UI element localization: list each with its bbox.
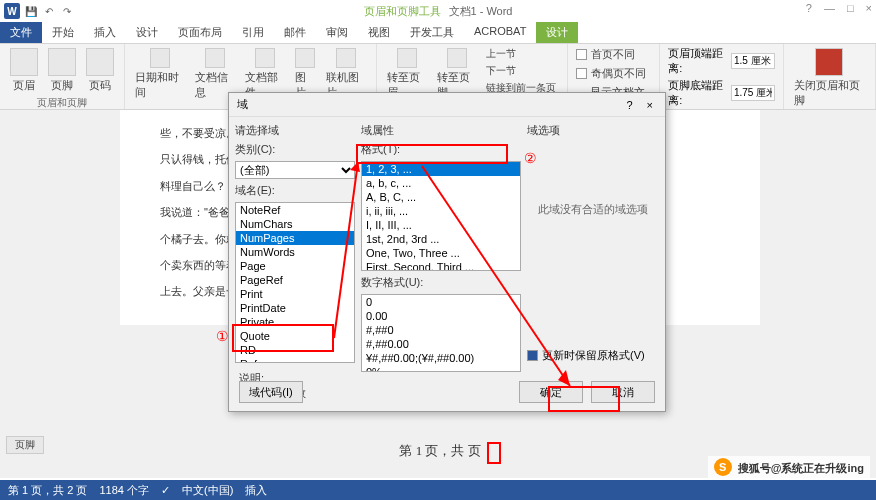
field-codes-button[interactable]: 域代码(I) bbox=[239, 381, 303, 403]
status-language[interactable]: 中文(中国) bbox=[182, 483, 233, 498]
sohu-logo-icon: S bbox=[714, 458, 732, 476]
list-item[interactable]: Quote bbox=[236, 329, 354, 343]
tab-home[interactable]: 开始 bbox=[42, 22, 84, 43]
tab-design[interactable]: 设计 bbox=[126, 22, 168, 43]
select-field-label: 请选择域 bbox=[235, 123, 355, 138]
odd-even-different-check[interactable]: 奇偶页不同 bbox=[576, 65, 651, 82]
header-button[interactable]: 页眉 bbox=[8, 46, 40, 95]
tab-header-footer-design[interactable]: 设计 bbox=[536, 22, 578, 43]
online-picture-icon bbox=[336, 48, 356, 68]
properties-label: 域属性 bbox=[361, 123, 521, 138]
tab-references[interactable]: 引用 bbox=[232, 22, 274, 43]
list-item[interactable]: NumChars bbox=[236, 217, 354, 231]
list-item[interactable]: PrintDate bbox=[236, 301, 354, 315]
footer-bottom-distance[interactable]: 页脚底端距离: bbox=[668, 78, 775, 108]
first-page-different-check[interactable]: 首页不同 bbox=[576, 46, 651, 63]
list-item[interactable]: NumWords bbox=[236, 245, 354, 259]
redo-icon[interactable]: ↷ bbox=[60, 4, 74, 18]
list-item[interactable]: PageRef bbox=[236, 273, 354, 287]
field-names-list[interactable]: MergeFieldMergeRecMergeSeqNextNextIfNote… bbox=[235, 202, 355, 363]
field-dialog: 域 ? × 请选择域 类别(C): (全部) 域名(E): MergeField… bbox=[228, 92, 666, 412]
numformat-list[interactable]: 00.00#,##0#,##0.00¥#,##0.00;(¥#,##0.00)0… bbox=[361, 294, 521, 372]
page-footer-text[interactable]: 第 1 页，共 页 bbox=[120, 442, 760, 460]
list-item[interactable]: i, ii, iii, ... bbox=[362, 204, 520, 218]
header-top-distance[interactable]: 页眉顶端距离: bbox=[668, 46, 775, 76]
tab-review[interactable]: 审阅 bbox=[316, 22, 358, 43]
list-item[interactable]: NumPages bbox=[236, 231, 354, 245]
tab-insert[interactable]: 插入 bbox=[84, 22, 126, 43]
undo-icon[interactable]: ↶ bbox=[42, 4, 56, 18]
list-item[interactable]: #,##0.00 bbox=[362, 337, 520, 351]
list-item[interactable]: 1st, 2nd, 3rd ... bbox=[362, 232, 520, 246]
status-page[interactable]: 第 1 页，共 2 页 bbox=[8, 483, 87, 498]
close-hf-icon bbox=[815, 48, 843, 76]
footer-distance-input[interactable] bbox=[731, 85, 775, 101]
list-item[interactable]: 0% bbox=[362, 365, 520, 372]
close-icon[interactable]: × bbox=[866, 2, 872, 14]
page-number-icon bbox=[86, 48, 114, 76]
dialog-titlebar: 域 ? × bbox=[229, 93, 665, 117]
picture-icon bbox=[295, 48, 315, 68]
prev-section-button[interactable]: 上一节 bbox=[486, 46, 560, 62]
list-item[interactable]: #,##0 bbox=[362, 323, 520, 337]
preserve-format-check[interactable]: 更新时保留原格式(V) bbox=[527, 348, 659, 363]
tab-file[interactable]: 文件 bbox=[0, 22, 42, 43]
ribbon-group-header-footer: 页眉 页脚 页码 页眉和页脚 bbox=[0, 44, 125, 109]
checkbox-icon bbox=[527, 350, 538, 361]
ribbon-group-close: 关闭页眉和页脚 关闭 bbox=[784, 44, 876, 109]
list-item[interactable]: Page bbox=[236, 259, 354, 273]
minimize-icon[interactable]: — bbox=[824, 2, 835, 14]
list-item[interactable]: 0 bbox=[362, 295, 520, 309]
status-word-count[interactable]: 1184 个字 bbox=[99, 483, 149, 498]
page-number-button[interactable]: 页码 bbox=[84, 46, 116, 95]
list-item[interactable]: A, B, C, ... bbox=[362, 190, 520, 204]
word-icon: W bbox=[4, 3, 20, 19]
format-label: 格式(T): bbox=[361, 142, 521, 157]
close-header-footer-button[interactable]: 关闭页眉和页脚 bbox=[792, 46, 867, 110]
maximize-icon[interactable]: □ bbox=[847, 2, 854, 14]
tab-layout[interactable]: 页面布局 bbox=[168, 22, 232, 43]
list-item[interactable]: a, b, c, ... bbox=[362, 176, 520, 190]
window-controls: ? — □ × bbox=[806, 2, 872, 14]
footer-button[interactable]: 页脚 bbox=[46, 46, 78, 95]
list-item[interactable]: RD bbox=[236, 343, 354, 357]
header-distance-input[interactable] bbox=[731, 53, 775, 69]
next-section-button[interactable]: 下一节 bbox=[486, 63, 560, 79]
quick-access-toolbar: W 💾 ↶ ↷ bbox=[4, 3, 74, 19]
no-options-text: 此域没有合适的域选项 bbox=[527, 202, 659, 217]
tab-mail[interactable]: 邮件 bbox=[274, 22, 316, 43]
list-item[interactable]: First, Second, Third ... bbox=[362, 260, 520, 271]
help-icon[interactable]: ? bbox=[806, 2, 812, 14]
tab-developer[interactable]: 开发工具 bbox=[400, 22, 464, 43]
category-select[interactable]: (全部) bbox=[235, 161, 355, 179]
dialog-properties-column: 域属性 格式(T): 1, 2, 3, ...a, b, c, ...A, B,… bbox=[361, 123, 521, 363]
document-title: 文档1 - Word bbox=[449, 4, 513, 19]
save-icon[interactable]: 💾 bbox=[24, 4, 38, 18]
list-item[interactable]: 0.00 bbox=[362, 309, 520, 323]
datetime-button[interactable]: 日期和时间 bbox=[133, 46, 187, 102]
list-item[interactable]: Ref bbox=[236, 357, 354, 363]
format-list[interactable]: 1, 2, 3, ...a, b, c, ...A, B, C, ...i, i… bbox=[361, 161, 521, 271]
numformat-label: 数字格式(U): bbox=[361, 275, 521, 290]
tab-view[interactable]: 视图 bbox=[358, 22, 400, 43]
tab-acrobat[interactable]: ACROBAT bbox=[464, 22, 536, 43]
list-item[interactable]: Print bbox=[236, 287, 354, 301]
cancel-button[interactable]: 取消 bbox=[591, 381, 655, 403]
quick-parts-icon bbox=[255, 48, 275, 68]
watermark-text: 搜狐号@系统正在升级ing bbox=[738, 459, 864, 476]
list-item[interactable]: NoteRef bbox=[236, 203, 354, 217]
list-item[interactable]: One, Two, Three ... bbox=[362, 246, 520, 260]
tool-context-label: 页眉和页脚工具 bbox=[364, 4, 441, 19]
footer-tab-label: 页脚 bbox=[6, 436, 44, 454]
ok-button[interactable]: 确定 bbox=[519, 381, 583, 403]
dialog-help-icon[interactable]: ? bbox=[626, 99, 632, 111]
list-item[interactable]: 1, 2, 3, ... bbox=[362, 162, 520, 176]
status-spell-icon[interactable]: ✓ bbox=[161, 484, 170, 497]
list-item[interactable]: I, II, III, ... bbox=[362, 218, 520, 232]
list-item[interactable]: ¥#,##0.00;(¥#,##0.00) bbox=[362, 351, 520, 365]
dialog-close-icon[interactable]: × bbox=[643, 99, 657, 111]
title-center: 页眉和页脚工具 文档1 - Word bbox=[364, 4, 513, 19]
watermark: S 搜狐号@系统正在升级ing bbox=[708, 456, 870, 478]
status-insert-mode[interactable]: 插入 bbox=[245, 483, 267, 498]
list-item[interactable]: Private bbox=[236, 315, 354, 329]
